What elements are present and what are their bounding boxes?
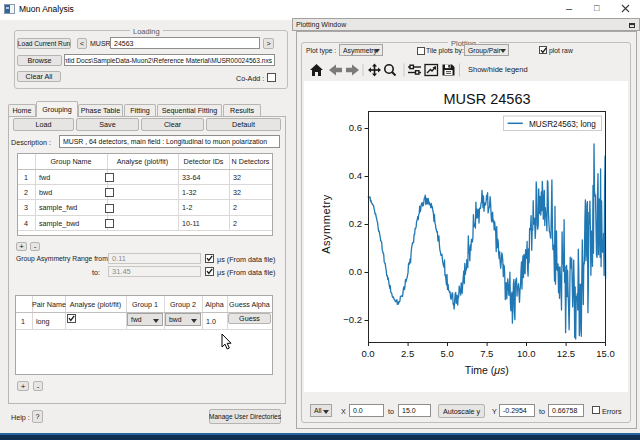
svg-text:10.0: 10.0 xyxy=(517,348,536,359)
svg-text:5.0: 5.0 xyxy=(441,348,454,359)
svg-text:Asymmetry: Asymmetry xyxy=(320,194,332,254)
svg-text:12.5: 12.5 xyxy=(557,348,576,359)
svg-text:0.0: 0.0 xyxy=(361,348,374,359)
svg-text:0.0: 0.0 xyxy=(349,266,362,277)
svg-text:Time (μs): Time (μs) xyxy=(465,364,509,376)
svg-text:MUSR24563; long: MUSR24563; long xyxy=(529,120,596,129)
svg-text:0.6: 0.6 xyxy=(349,122,362,133)
svg-text:2.5: 2.5 xyxy=(401,348,414,359)
svg-text:0.2: 0.2 xyxy=(349,218,362,229)
svg-text:7.5: 7.5 xyxy=(480,348,493,359)
svg-text:−0.2: −0.2 xyxy=(343,314,362,325)
svg-text:15.0: 15.0 xyxy=(596,348,615,359)
svg-text:MUSR 24563: MUSR 24563 xyxy=(443,91,530,107)
svg-text:0.4: 0.4 xyxy=(349,170,362,181)
